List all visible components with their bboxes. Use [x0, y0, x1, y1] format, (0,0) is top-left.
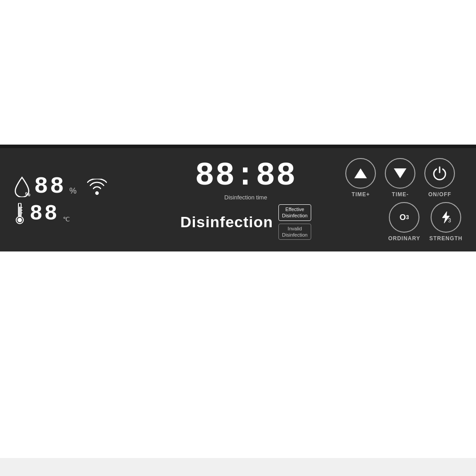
bottom-white-area: [0, 251, 476, 458]
ordinary-circle[interactable]: O3: [389, 202, 419, 233]
strength-button[interactable]: 3 STRENGTH: [429, 202, 463, 242]
up-arrow-icon: [354, 168, 367, 178]
humidity-icon: %: [13, 176, 31, 197]
svg-point-4: [18, 218, 22, 222]
time-plus-circle[interactable]: [345, 158, 376, 189]
effective-disinfection-badge: EffectiveDisinfection: [278, 204, 311, 221]
time-plus-label: TIME+: [352, 191, 370, 198]
humidity-unit: %: [69, 186, 76, 196]
humidity-value: 88: [34, 175, 66, 198]
strength-label: STRENGTH: [429, 235, 463, 242]
o3-icon: O3: [400, 213, 409, 222]
disinfection-label: Disinfection: [181, 213, 273, 231]
on-off-button[interactable]: ON/OFF: [424, 158, 455, 198]
wifi-icon: [87, 179, 107, 195]
time-plus-button[interactable]: TIME+: [345, 158, 376, 198]
ordinary-button[interactable]: O3 ORDINARY: [388, 202, 420, 242]
top-white-area: [0, 0, 476, 148]
power-icon: [432, 166, 447, 181]
time-minus-label: TIME-: [392, 191, 409, 198]
button-row-2: O3 ORDINARY 3 STRENGTH: [345, 202, 463, 242]
down-arrow-icon: [394, 168, 406, 178]
time-minus-button[interactable]: TIME-: [385, 158, 415, 198]
middle-section: 88:88 Disinfection time Disinfection Eff…: [153, 160, 339, 240]
o3-subscript: 3: [406, 214, 409, 220]
time-display: 88:88: [195, 160, 296, 192]
bolt-subscript: 3: [448, 217, 451, 224]
temperature-unit: ℃: [63, 216, 70, 223]
ordinary-label: ORDINARY: [388, 235, 420, 242]
time-label: Disinfection time: [225, 194, 267, 201]
on-off-label: ON/OFF: [428, 191, 451, 198]
strength-circle[interactable]: 3: [431, 202, 461, 233]
temperature-row: 88 ℃: [13, 203, 153, 225]
status-badges: EffectiveDisinfection InvalidDisinfectio…: [278, 204, 311, 240]
sensor-section: % 88 %: [13, 175, 153, 225]
temperature-value: 88: [30, 203, 59, 225]
svg-text:%: %: [25, 191, 31, 197]
on-off-circle[interactable]: [424, 158, 455, 189]
disinfection-row: Disinfection EffectiveDisinfection Inval…: [181, 204, 311, 240]
button-row-1: TIME+ TIME- ON/OFF: [345, 158, 463, 198]
humidity-row: % 88 %: [13, 175, 153, 198]
svg-rect-2: [19, 207, 21, 216]
time-minus-circle[interactable]: [385, 158, 415, 189]
thermometer-icon: [13, 203, 26, 225]
button-section: TIME+ TIME- ON/OFF: [345, 158, 463, 242]
invalid-disinfection-badge: InvalidDisinfection: [278, 224, 311, 240]
control-panel: % 88 %: [0, 148, 476, 251]
